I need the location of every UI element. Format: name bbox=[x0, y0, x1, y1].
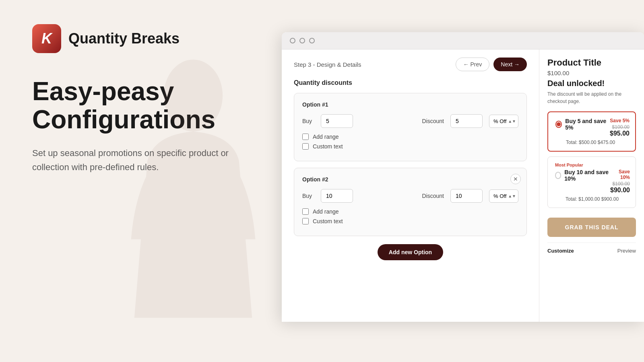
deal-total-label-2: Total: $1,000.00 bbox=[566, 196, 600, 202]
prev-button[interactable]: ← Prev bbox=[456, 58, 490, 71]
deal-radio-2 bbox=[555, 172, 561, 179]
custom-text-checkbox-2[interactable] bbox=[302, 218, 309, 224]
discount-value-1[interactable] bbox=[450, 114, 483, 128]
deal-total-value-2: $900.00 bbox=[601, 196, 619, 202]
browser-dot-1 bbox=[290, 38, 295, 43]
custom-text-checkbox-1[interactable] bbox=[302, 143, 309, 150]
deal-option-2-content: Buy 10 and save 10% Save 10% $100.00 $90… bbox=[555, 169, 630, 194]
most-popular-badge: Most Popular bbox=[555, 162, 630, 167]
deal-option-1[interactable]: Buy 5 and save 5% Save 5% $100.00 $95.00… bbox=[547, 111, 636, 152]
custom-text-row-1: Custom text bbox=[302, 143, 518, 150]
add-range-label-2: Add range bbox=[313, 208, 339, 215]
app-logo-icon: K bbox=[32, 24, 61, 53]
buy-label-1: Buy bbox=[302, 118, 314, 124]
add-range-row-1: Add range bbox=[302, 134, 518, 140]
unit-select-wrapper-2: % Off $ Off ▲▼ bbox=[489, 189, 518, 203]
deal-unlocked: Deal unlocked! bbox=[547, 79, 636, 88]
subtext: Set up seasonal promotions on specific p… bbox=[32, 146, 233, 174]
option-2-row: Buy Discount % Off $ Off ▲▼ bbox=[302, 189, 518, 203]
discount-label-1: Discount bbox=[422, 118, 444, 124]
section-title: Quantity discounts bbox=[294, 79, 527, 86]
deal-save-1: Save 5% bbox=[610, 118, 630, 123]
browser-bar bbox=[282, 32, 644, 49]
preview-panel: Product Title $100.00 Deal unlocked! The… bbox=[539, 49, 644, 322]
deal-option-2-label: Buy 10 and save 10% bbox=[564, 169, 610, 182]
add-range-row-2: Add range bbox=[302, 208, 518, 215]
option-card-1: Option #1 Buy Discount % Off $ Off ▲▼ bbox=[294, 93, 527, 161]
close-option-2-button[interactable]: ✕ bbox=[510, 174, 521, 184]
app-title: Quantity Breaks bbox=[68, 30, 180, 47]
deal-save-2: Save 10% bbox=[610, 169, 630, 180]
option-card-2: Option #2 ✕ Buy Discount % Off $ Off ▲▼ bbox=[294, 168, 527, 236]
grab-deal-button[interactable]: GRAB THIS DEAL bbox=[547, 218, 636, 237]
browser-content: Step 3 - Design & Details ← Prev Next → … bbox=[282, 49, 644, 322]
tab-preview[interactable]: Preview bbox=[617, 248, 636, 254]
buy-label-2: Buy bbox=[302, 193, 314, 199]
deal-option-2-prices: Save 10% $100.00 $90.00 bbox=[610, 169, 630, 194]
preview-tabs: Customize Preview bbox=[547, 243, 636, 254]
product-title: Product Title bbox=[547, 58, 636, 68]
headline: Easy-peasy Configurations bbox=[32, 77, 258, 134]
custom-text-label-2: Custom text bbox=[313, 218, 343, 224]
deal-desc: The discount will be applied on the chec… bbox=[547, 90, 636, 105]
add-range-checkbox-2[interactable] bbox=[302, 208, 309, 215]
browser-dot-2 bbox=[299, 38, 305, 43]
product-price: $100.00 bbox=[547, 70, 636, 76]
unit-select-1[interactable]: % Off $ Off bbox=[489, 115, 518, 128]
deal-new-price-2: $90.00 bbox=[610, 187, 630, 194]
deal-total-value-1: $475.00 bbox=[598, 140, 615, 145]
config-area: Step 3 - Design & Details ← Prev Next → … bbox=[282, 49, 539, 322]
logo-area: K Quantity Breaks bbox=[32, 24, 258, 53]
deal-option-1-prices: Save 5% $100.00 $95.00 bbox=[610, 118, 630, 137]
deal-original-2: $100.00 bbox=[610, 181, 630, 187]
browser-mockup: Step 3 - Design & Details ← Prev Next → … bbox=[282, 32, 644, 322]
add-range-checkbox-1[interactable] bbox=[302, 134, 309, 140]
custom-text-row-2: Custom text bbox=[302, 218, 518, 224]
headline-line1: Easy-peasy bbox=[32, 77, 174, 106]
unit-select-wrapper-1: % Off $ Off ▲▼ bbox=[489, 115, 518, 128]
buy-quantity-2[interactable] bbox=[321, 189, 353, 203]
discount-label-2: Discount bbox=[422, 193, 444, 199]
deal-option-1-label: Buy 5 and save 5% bbox=[565, 118, 610, 131]
tab-customize[interactable]: Customize bbox=[547, 248, 574, 254]
deal-original-1: $100.00 bbox=[610, 124, 630, 130]
deal-new-price-1: $95.00 bbox=[610, 130, 630, 137]
deal-option-2[interactable]: Most Popular Buy 10 and save 10% Save 10… bbox=[547, 156, 636, 208]
buy-quantity-1[interactable] bbox=[321, 114, 353, 128]
add-option-button[interactable]: Add new Option bbox=[378, 244, 443, 260]
next-button[interactable]: Next → bbox=[493, 58, 527, 71]
deal-option-1-content: Buy 5 and save 5% Save 5% $100.00 $95.00 bbox=[555, 118, 630, 137]
step-label: Step 3 - Design & Details bbox=[294, 61, 361, 68]
deal-radio-1 bbox=[555, 121, 562, 128]
custom-text-label-1: Custom text bbox=[313, 143, 343, 150]
option-2-title: Option #2 bbox=[302, 176, 518, 183]
left-panel: K Quantity Breaks Easy-peasy Configurati… bbox=[0, 0, 290, 362]
option-1-title: Option #1 bbox=[302, 101, 518, 108]
option-1-row: Buy Discount % Off $ Off ▲▼ bbox=[302, 114, 518, 128]
step-header: Step 3 - Design & Details ← Prev Next → bbox=[294, 58, 527, 71]
add-range-label-1: Add range bbox=[313, 134, 339, 140]
deal-total-label-1: Total: $500.00 bbox=[566, 140, 596, 145]
nav-buttons: ← Prev Next → bbox=[456, 58, 527, 71]
browser-dot-3 bbox=[309, 38, 315, 43]
discount-value-2[interactable] bbox=[450, 189, 483, 203]
unit-select-2[interactable]: % Off $ Off bbox=[489, 189, 518, 203]
headline-line2: Configurations bbox=[32, 105, 215, 134]
